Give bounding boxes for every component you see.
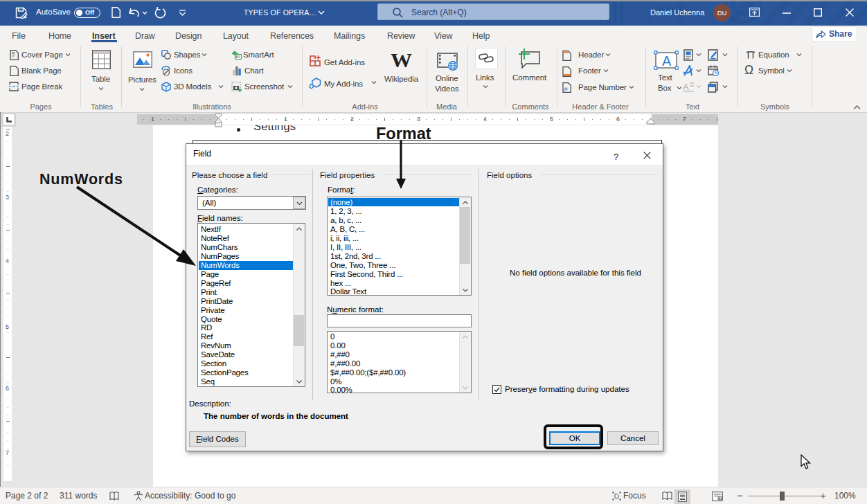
svg-text:A: A bbox=[683, 82, 689, 92]
svg-text:#: # bbox=[564, 85, 569, 93]
svg-text:A: A bbox=[662, 53, 672, 69]
